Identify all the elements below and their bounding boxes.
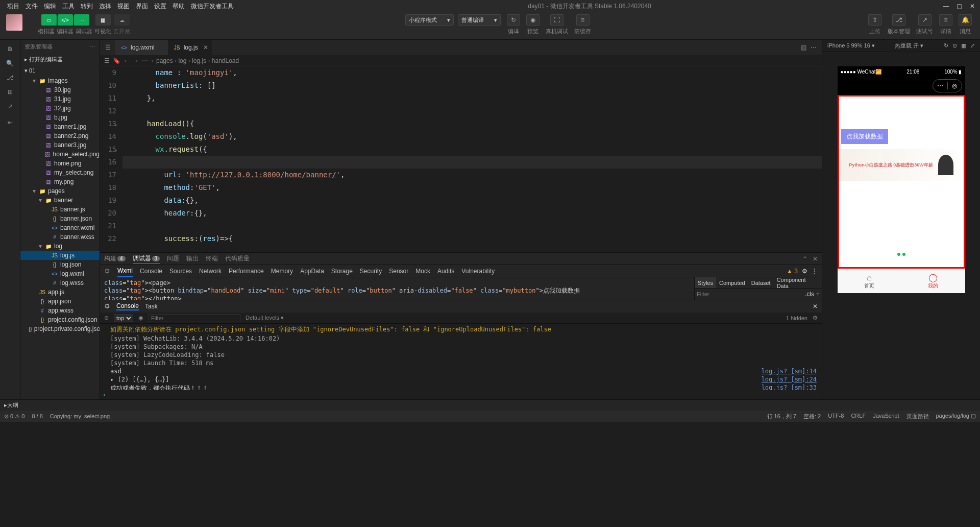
root-section[interactable]: ▾ 01 [20,65,100,76]
devtools-tab[interactable]: Console [140,268,162,275]
toolbar-button[interactable]: ◉ [526,14,540,26]
style-tab[interactable]: Styles [695,277,716,288]
tree-node[interactable]: 🖼banner1.jpg [20,122,100,131]
console-filter[interactable] [149,314,240,322]
devtools-tab[interactable]: Network [199,268,222,275]
load-button[interactable]: 点我加载数据 [841,129,888,144]
tree-node[interactable]: {}app.json [20,297,100,306]
elements-panel[interactable]: class="tag"><page> class="tag"><button b… [100,277,694,300]
more-icon[interactable]: ⋯ [90,43,95,50]
clear-icon[interactable]: ⊘ [104,315,109,321]
outline-section[interactable]: ▸ 大纲 [0,399,980,411]
panel-tab[interactable]: 调试器3 [133,254,160,264]
panel-tab[interactable]: 输出 [186,254,199,263]
devtools-tab[interactable]: Sources [169,268,192,275]
menu-item[interactable]: 工具 [59,2,78,11]
menu-item[interactable]: 编辑 [41,2,59,11]
back-icon[interactable]: ← [124,57,130,64]
devtools-tab[interactable]: Sensor [389,268,408,275]
breadcrumb-item[interactable]: handLoad [212,57,239,64]
close-icon[interactable]: ✕ [813,255,818,262]
gear-icon[interactable]: ⚙ [802,268,807,275]
menu-item[interactable]: 文件 [22,2,41,11]
tree-node[interactable]: {}project.private.config.json [20,324,100,333]
status-item[interactable]: ⊘ 0 ⚠ 0 [4,413,24,420]
console-tab[interactable]: Console [116,302,139,310]
style-tab[interactable]: Dataset [748,277,774,288]
menu-icon[interactable]: ⋯ [933,82,947,89]
avatar[interactable] [6,14,22,31]
console-prompt[interactable]: › [100,390,822,399]
more-icon[interactable]: ⋯ [811,44,817,51]
cls-toggle[interactable]: .cls [805,291,814,298]
tree-node[interactable]: ▾📁pages [20,186,100,196]
mode-select[interactable]: 小程序模式▾ [405,14,454,26]
console-tab[interactable]: Task [145,303,158,310]
menu-item[interactable]: 帮助 [169,2,188,11]
tree-node[interactable]: 🖼home_select.png [20,150,100,159]
toolbar-button[interactable]: ↻ [507,14,520,26]
simulator-toggle[interactable]: ▭ [41,14,57,26]
tree-node[interactable]: #banner.wxss [20,232,100,242]
close-icon[interactable]: ✕ [813,303,818,310]
warning-badge[interactable]: ▲ 3 [787,268,798,275]
status-item[interactable]: CRLF [851,413,866,420]
status-item[interactable]: 8 / 8 [32,413,42,419]
menu-item[interactable]: 微信开发者工具 [188,2,237,11]
banner-image[interactable]: Python小白炼道之路 0基础进击30W年薪 [839,149,964,181]
tree-node[interactable]: ▾📁banner [20,196,100,205]
home-icon[interactable]: ⊙ [952,42,957,49]
bookmark-icon[interactable]: 🔖 [113,57,120,64]
toolbar-button[interactable]: ≡ [576,14,590,26]
gear-icon[interactable]: ⚙ [813,315,818,321]
tree-node[interactable]: <>banner.wxml [20,223,100,232]
devtools-tab[interactable]: Wxml [117,265,133,277]
maximize-icon[interactable]: ▢ [955,3,963,10]
forward-icon[interactable]: → [133,57,139,64]
tree-node[interactable]: 🖼my.png [20,177,100,186]
menu-item[interactable]: 界面 [133,2,151,11]
more-icon[interactable]: ↗ [3,99,17,113]
tree-node[interactable]: 🖼32.jpg [20,104,100,113]
list-icon[interactable]: ☰ [104,57,110,64]
tree-node[interactable]: 🖼30.jpg [20,85,100,94]
menu-item[interactable]: 项目 [4,2,22,11]
devtools-tab[interactable]: Security [360,268,382,275]
expand-icon[interactable]: ⤢ [970,42,975,49]
breadcrumb[interactable]: ☰ 🔖 ← → ⋯› pages › log › log.js › handLo… [100,55,822,66]
minimize-icon[interactable]: — [942,3,949,10]
tree-node[interactable]: 🖼b.jpg [20,113,100,122]
devtools-tab[interactable]: AppData [300,268,324,275]
cloud-toggle[interactable]: ☁ [114,14,130,26]
more-icon[interactable]: ⋮ [812,268,818,275]
tree-node[interactable]: {}project.config.json [20,315,100,324]
tree-node[interactable]: 🖼banner2.png [20,131,100,140]
status-item[interactable]: 行 16，列 7 [767,413,796,420]
tree-node[interactable]: 🖼my_select.png [20,168,100,177]
inspect-icon[interactable]: ⯐ [104,268,110,275]
inspect-icon[interactable]: ⯐ [104,303,110,310]
context-select[interactable]: top [114,314,133,322]
code-editor[interactable]: 910111213⌄1415⌄16171819202122 name : 'ma… [100,66,822,252]
editor-toggle[interactable]: </> [58,14,73,26]
tree-node[interactable]: ▾📁images [20,76,100,85]
tree-node[interactable]: JSapp.js [20,288,100,297]
style-tab[interactable]: Computed [716,277,748,288]
menu-item[interactable]: 视图 [114,2,133,11]
toolbar-button[interactable]: ≡ [939,14,952,26]
log-source[interactable]: log.js? [sm]:14 [762,368,817,375]
status-item[interactable]: Copying: my_select.png [50,413,110,419]
panel-tab[interactable]: 构建4 [104,254,126,263]
tree-node[interactable]: {}log.json [20,260,100,269]
eye-icon[interactable]: ◉ [138,315,143,321]
debugger-toggle[interactable]: ⋯ [74,14,89,26]
devtools-tab[interactable]: Audits [437,268,454,275]
tree-node[interactable]: JSlog.js [20,251,100,260]
tree-node[interactable]: 🖼home.png [20,159,100,168]
collapse-icon[interactable]: ⇤ [3,115,17,130]
devtools-tab[interactable]: Vulnerability [461,268,495,275]
breadcrumb-item[interactable]: log [178,57,186,64]
hot-reload[interactable]: 热重载 开 ▾ [895,42,923,50]
tree-node[interactable]: 🖼banner3.jpg [20,140,100,150]
status-item[interactable]: JavaScript [873,413,899,420]
